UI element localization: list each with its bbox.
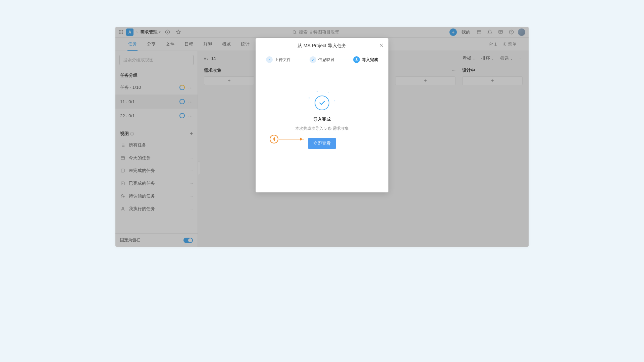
wizard-steps: ✓ 上传文件 ✓ 信息映射 3 导入完成 (256, 54, 388, 65)
step-complete: 3 导入完成 (353, 56, 378, 63)
success-check-icon (315, 96, 329, 110)
success-subtitle: 本次共成功导入 5 条 需求收集 (295, 126, 349, 131)
step-connector (336, 60, 351, 60)
step-number: 3 (353, 56, 360, 63)
view-now-button[interactable]: 立即查看 (308, 138, 336, 149)
success-title: 导入完成 (313, 116, 331, 122)
import-modal: 从 MS Project 导入任务 ✓ 上传文件 ✓ 信息映射 3 导入完成 (256, 38, 388, 192)
close-icon[interactable] (379, 43, 384, 48)
step-upload: ✓ 上传文件 (266, 56, 291, 63)
modal-header: 从 MS Project 导入任务 (256, 38, 388, 54)
check-icon: ✓ (310, 56, 316, 63)
step-connector (293, 60, 308, 60)
step-mapping: ✓ 信息映射 (310, 56, 334, 63)
modal-title: 从 MS Project 导入任务 (298, 43, 346, 49)
check-icon: ✓ (266, 56, 273, 63)
